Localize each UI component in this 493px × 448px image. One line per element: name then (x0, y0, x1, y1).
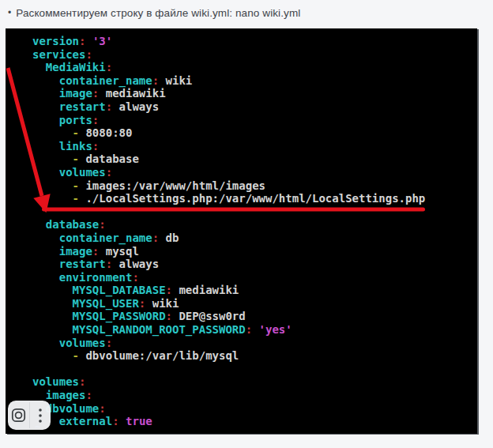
visual-search-icon (10, 407, 27, 424)
code-line: MYSQL_DATABASE: mediawiki (32, 284, 477, 297)
code-line: restart: always (32, 100, 477, 114)
code-line: MYSQL_RANDOM_ROOT_PASSWORD: 'yes' (32, 323, 477, 337)
terminal-screenshot: version: '3'services: MediaWiki: contain… (6, 28, 477, 434)
code-line: dbvolume: (32, 402, 477, 416)
code-line: image: mediawiki (32, 87, 477, 100)
code-line: volumes: (32, 337, 477, 350)
code-line: ports: (32, 114, 477, 127)
code-line: - images:/var/www/html/images (32, 179, 477, 193)
bullet-marker: • (8, 7, 11, 18)
code-line: MYSQL_PASSWORD: DEP@ssw0rd (32, 310, 477, 323)
code-line (32, 363, 477, 376)
image-toolbar-overlay (8, 401, 51, 430)
code-line: - dbvolume:/var/lib/mysql (32, 349, 477, 363)
code-line: volumes: (32, 166, 477, 179)
code-line: restart: always (32, 258, 477, 271)
yaml-editor-content: version: '3'services: MediaWiki: contain… (6, 28, 477, 428)
code-line: services: (32, 48, 477, 62)
code-line: container_name: wiki (32, 74, 477, 88)
instruction-line: •Раскомментируем строку в файле wiki.yml… (0, 0, 493, 19)
code-line: - 8080:80 (32, 126, 477, 140)
more-options-button[interactable] (30, 401, 51, 430)
code-line: images: (32, 389, 477, 402)
code-line: database: (32, 218, 477, 232)
code-line: MYSQL_USER: wiki (32, 297, 477, 311)
instruction-text: Раскомментируем строку в файле wiki.yml:… (16, 7, 300, 19)
page: •Раскомментируем строку в файле wiki.yml… (0, 0, 493, 19)
visual-search-button[interactable] (8, 401, 29, 430)
code-line: volumes: (32, 375, 477, 389)
kebab-menu-icon (33, 407, 47, 424)
code-line: image: mysql (32, 245, 477, 258)
code-line: - database (32, 152, 477, 166)
code-line: external: true (32, 415, 477, 428)
code-line: MediaWiki: (32, 61, 477, 74)
code-line: environment: (32, 271, 477, 284)
code-line: - ./LocalSettings.php:/var/www/html/Loca… (32, 192, 477, 205)
code-line: version: '3' (32, 35, 477, 48)
code-line (32, 205, 477, 219)
code-line: links: (32, 140, 477, 153)
code-line: container_name: db (32, 232, 477, 245)
